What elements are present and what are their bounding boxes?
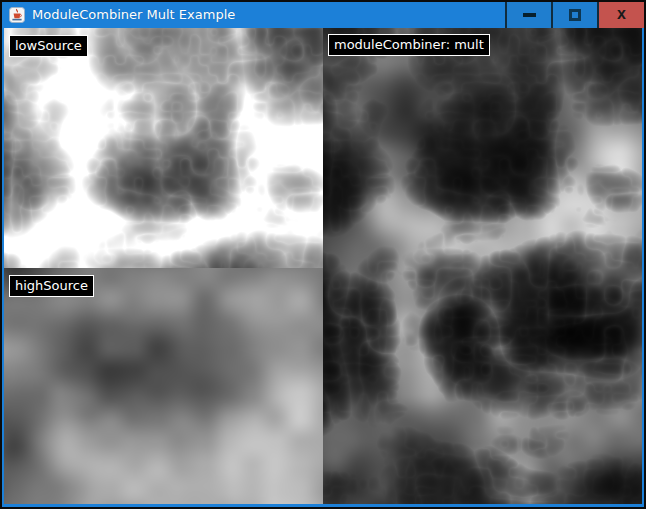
close-button[interactable]: x (597, 2, 644, 28)
minimize-icon (523, 13, 536, 17)
high-source-noise-image (4, 268, 323, 504)
low-source-label: lowSource (9, 35, 88, 57)
module-combiner-mult-noise-image (323, 28, 642, 504)
minimize-button[interactable] (505, 2, 551, 28)
module-combiner-mult-label: moduleCombiner: mult (328, 34, 490, 56)
window-title: ModuleCombiner Mult Example (32, 2, 235, 28)
screenshot-stage: ModuleCombiner Mult Example x (0, 0, 646, 509)
close-icon: x (617, 6, 626, 22)
window-frame: ModuleCombiner Mult Example x (2, 2, 644, 507)
render-area: lowSource highSource moduleCombiner: mul… (4, 28, 642, 504)
high-source-label: highSource (9, 275, 94, 297)
titlebar[interactable]: ModuleCombiner Mult Example x (2, 2, 644, 28)
app-window: ModuleCombiner Mult Example x (0, 0, 646, 509)
maximize-button[interactable] (551, 2, 597, 28)
window-controls: x (505, 2, 644, 28)
maximize-icon (569, 9, 581, 21)
low-source-noise-image (4, 28, 323, 268)
java-coffee-cup-icon (9, 7, 25, 23)
